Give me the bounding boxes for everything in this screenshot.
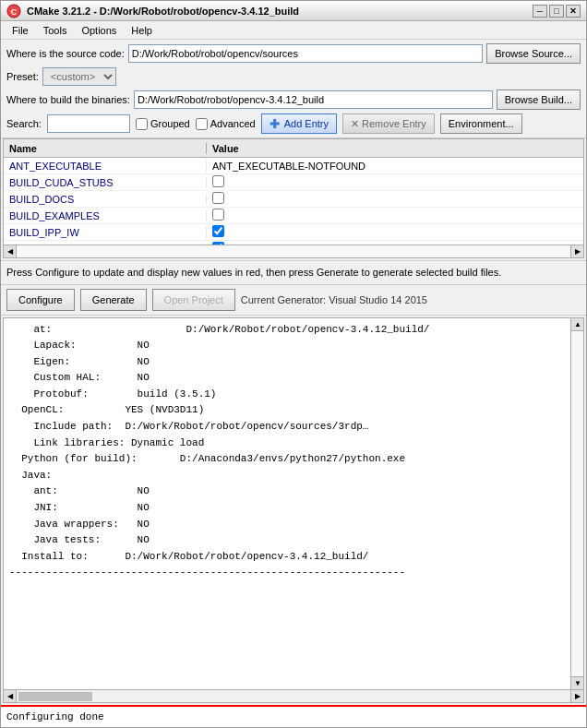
info-text: Press Configure to update and display ne…: [1, 260, 586, 285]
status-text: Configuring done: [6, 711, 104, 722]
output-scroll-area[interactable]: at: D:/Work/Robot/robot/opencv-3.4.12_bu…: [4, 318, 583, 690]
cell-name: BUILD_CUDA_STUBS: [4, 177, 207, 188]
output-line: Lapack: NO: [9, 338, 578, 354]
browse-source-button[interactable]: Browse Source...: [486, 43, 581, 64]
svg-text:C: C: [11, 7, 18, 17]
open-project-button[interactable]: Open Project: [152, 289, 235, 311]
vscroll-up[interactable]: ▲: [571, 318, 584, 331]
menu-tools[interactable]: Tools: [36, 23, 75, 38]
add-entry-label: Add Entry: [284, 118, 329, 129]
environment-button[interactable]: Environment...: [440, 113, 522, 134]
source-label: Where is the source code:: [6, 48, 125, 59]
binaries-label: Where to build the binaries:: [6, 94, 130, 105]
search-label: Search:: [6, 118, 42, 129]
table-row[interactable]: ANT_EXECUTABLE ANT_EXECUTABLE-NOTFOUND: [4, 158, 583, 174]
action-button-row: Configure Generate Open Project Current …: [1, 285, 586, 316]
advanced-checkbox-label[interactable]: Advanced: [196, 118, 256, 130]
table-row[interactable]: BUILD_CUDA_STUBS: [4, 174, 583, 191]
table-row[interactable]: BUILD_DOCS: [4, 191, 583, 208]
add-entry-button[interactable]: ✚ Add Entry: [261, 113, 337, 134]
scroll-left-btn[interactable]: ◀: [4, 245, 17, 258]
browse-build-button[interactable]: Browse Build...: [497, 90, 581, 110]
name-column-header: Name: [4, 143, 207, 154]
cell-name: BUILD_DOCS: [4, 194, 207, 205]
close-button[interactable]: ✕: [566, 5, 581, 18]
output-line: Include path: D:/Work/Robot/robot/opencv…: [9, 419, 578, 436]
table-header: Name Value: [4, 139, 583, 158]
checkbox-ipp-iw[interactable]: [212, 225, 224, 237]
output-line: Eigen: NO: [9, 354, 578, 371]
advanced-checkbox[interactable]: [196, 118, 208, 130]
out-scroll-right[interactable]: ▶: [570, 690, 583, 703]
plus-icon: ✚: [270, 117, 280, 131]
main-window: C CMake 3.21.2 - D:/Work/Robot/robot/ope…: [0, 0, 587, 728]
title-bar-buttons: ─ □ ✕: [533, 5, 581, 18]
table-scroll-area[interactable]: ANT_EXECUTABLE ANT_EXECUTABLE-NOTFOUND B…: [4, 158, 583, 245]
cell-value[interactable]: [207, 192, 583, 206]
cell-value[interactable]: [207, 175, 583, 189]
output-line: OpenCL: YES (NVD3D11): [9, 402, 578, 419]
source-row: Where is the source code: Browse Source.…: [6, 43, 581, 64]
cell-value[interactable]: [207, 209, 583, 222]
minimize-button[interactable]: ─: [533, 5, 547, 18]
output-line: Java wrappers: NO: [9, 517, 578, 533]
table-row[interactable]: BUILD_EXAMPLES: [4, 208, 583, 224]
remove-entry-icon: ✕: [351, 118, 362, 129]
output-line: Java tests: NO: [9, 532, 578, 549]
output-line: Custom HAL: NO: [9, 370, 578, 387]
vscroll-track: [571, 331, 583, 677]
output-panel: at: D:/Work/Robot/robot/opencv-3.4.12_bu…: [3, 317, 584, 704]
out-scroll-left[interactable]: ◀: [4, 690, 17, 703]
binaries-row: Where to build the binaries: Browse Buil…: [6, 90, 581, 110]
entries-table: Name Value ANT_EXECUTABLE ANT_EXECUTABLE…: [3, 138, 584, 258]
source-input[interactable]: [128, 44, 483, 63]
menu-bar: File Tools Options Help: [1, 21, 586, 40]
output-line: JNI: NO: [9, 500, 578, 517]
output-line: Install to: D:/Work/Robot/robot/opencv-3…: [9, 549, 578, 566]
output-hscrollbar[interactable]: ◀ ▶: [4, 689, 583, 702]
title-bar-text: CMake 3.21.2 - D:/Work/Robot/robot/openc…: [27, 6, 533, 17]
remove-entry-label: Remove Entry: [362, 118, 426, 129]
generate-button[interactable]: Generate: [80, 289, 147, 311]
search-input[interactable]: [47, 114, 130, 133]
maximize-button[interactable]: □: [549, 5, 564, 18]
output-line: ----------------------------------------…: [9, 565, 578, 581]
output-line: Protobuf: build (3.5.1): [9, 387, 578, 403]
info-message: Press Configure to update and display ne…: [6, 267, 501, 278]
toolbar: Where is the source code: Browse Source.…: [1, 40, 586, 138]
remove-entry-button[interactable]: ✕ Remove Entry: [342, 113, 435, 134]
preset-label: Preset:: [6, 71, 39, 82]
output-line: at: D:/Work/Robot/robot/opencv-3.4.12_bu…: [9, 322, 578, 339]
advanced-label: Advanced: [210, 118, 256, 129]
checkbox-docs[interactable]: [212, 192, 224, 204]
configure-button[interactable]: Configure: [6, 289, 75, 311]
menu-file[interactable]: File: [5, 23, 36, 38]
search-row: Search: Grouped Advanced ✚ Add Entry ✕ R…: [6, 113, 581, 134]
preset-select[interactable]: <custom>: [42, 67, 116, 86]
table-row[interactable]: BUILD_IPP_IW: [4, 224, 583, 241]
menu-help[interactable]: Help: [124, 23, 160, 38]
title-bar: C CMake 3.21.2 - D:/Work/Robot/robot/ope…: [1, 1, 586, 21]
output-vscrollbar[interactable]: ▲ ▼: [570, 318, 583, 690]
app-icon: C: [6, 4, 21, 18]
binaries-input[interactable]: [134, 90, 493, 109]
scroll-right-btn[interactable]: ▶: [570, 245, 583, 258]
grouped-checkbox-label[interactable]: Grouped: [136, 118, 190, 130]
checkbox-examples[interactable]: [212, 209, 224, 221]
cell-value[interactable]: [207, 225, 583, 239]
cell-name: BUILD_EXAMPLES: [4, 210, 207, 221]
grouped-checkbox[interactable]: [136, 118, 148, 130]
grouped-label: Grouped: [150, 118, 190, 129]
value-column-header: Value: [207, 143, 583, 154]
output-line: Java:: [9, 468, 578, 484]
vscroll-down[interactable]: ▼: [571, 676, 584, 689]
generator-label: Current Generator: Visual Studio 14 2015: [241, 294, 427, 305]
scroll-track: [17, 245, 570, 257]
table-hscrollbar[interactable]: ◀ ▶: [4, 245, 583, 257]
preset-row: Preset: <custom>: [6, 67, 581, 86]
output-line: ant: NO: [9, 483, 578, 500]
cell-name: ANT_EXECUTABLE: [4, 161, 207, 172]
checkbox-cuda-stubs[interactable]: [212, 175, 224, 187]
menu-options[interactable]: Options: [74, 23, 124, 38]
output-line: Link libraries: Dynamic load: [9, 436, 578, 452]
